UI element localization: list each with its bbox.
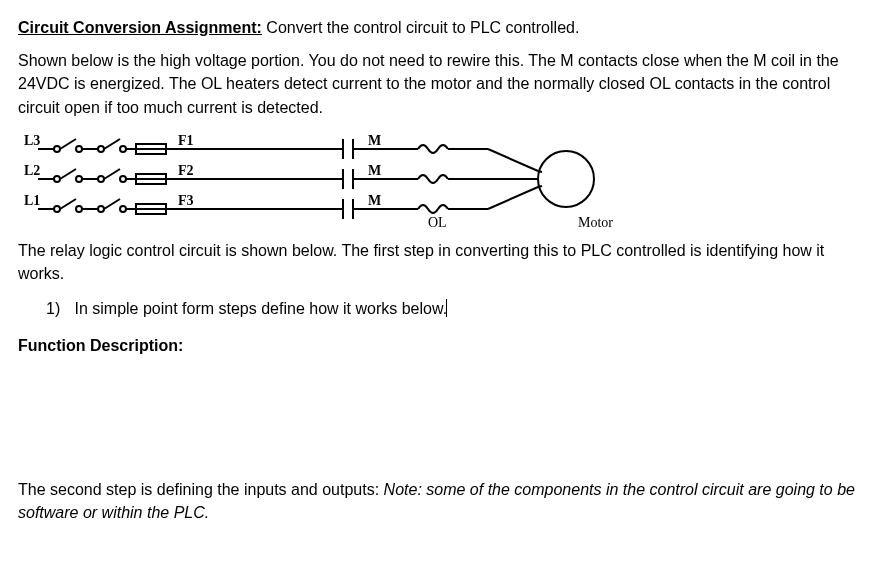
- label-f1: F1: [178, 133, 194, 148]
- question-1-number: 1): [46, 297, 70, 320]
- svg-line-54: [538, 171, 542, 172]
- question-1-text: In simple point form steps define how it…: [74, 300, 447, 317]
- bottom-lead: The second step is defining the inputs a…: [18, 481, 384, 498]
- label-ol: OL: [428, 215, 447, 230]
- label-f2: F2: [178, 163, 194, 178]
- svg-line-24: [104, 169, 120, 179]
- svg-point-42: [120, 206, 126, 212]
- label-m3: M: [368, 193, 381, 208]
- label-f3: F3: [178, 193, 194, 208]
- svg-point-3: [76, 146, 82, 152]
- svg-line-41: [104, 199, 120, 209]
- label-motor: Motor: [578, 215, 613, 230]
- label-l2: L2: [24, 163, 40, 178]
- svg-point-40: [98, 206, 104, 212]
- text-cursor: [446, 299, 447, 317]
- svg-point-7: [120, 146, 126, 152]
- circuit-diagram: L3 F1 M L2 F2 M: [18, 131, 658, 231]
- svg-point-1: [54, 146, 60, 152]
- svg-point-19: [54, 176, 60, 182]
- svg-line-17: [488, 149, 538, 171]
- svg-point-25: [120, 176, 126, 182]
- function-description-heading: Function Description:: [18, 334, 874, 357]
- svg-point-53: [538, 151, 594, 207]
- title-line: Circuit Conversion Assignment: Convert t…: [18, 16, 874, 39]
- svg-point-36: [54, 206, 60, 212]
- assignment-title-tail: Convert the control circuit to PLC contr…: [262, 19, 579, 36]
- label-l1: L1: [24, 193, 40, 208]
- svg-line-37: [60, 199, 76, 209]
- svg-line-2: [60, 139, 76, 149]
- svg-line-52: [488, 187, 538, 209]
- after-diagram-paragraph: The relay logic control circuit is shown…: [18, 239, 874, 285]
- label-m2: M: [368, 163, 381, 178]
- assignment-title: Circuit Conversion Assignment:: [18, 19, 262, 36]
- svg-line-56: [538, 186, 542, 187]
- question-1: 1) In simple point form steps define how…: [46, 297, 874, 320]
- svg-point-23: [98, 176, 104, 182]
- svg-line-6: [104, 139, 120, 149]
- svg-point-5: [98, 146, 104, 152]
- label-m1: M: [368, 133, 381, 148]
- intro-paragraph: Shown below is the high voltage portion.…: [18, 49, 874, 119]
- svg-line-20: [60, 169, 76, 179]
- bottom-paragraph: The second step is defining the inputs a…: [18, 478, 874, 524]
- label-l3: L3: [24, 133, 40, 148]
- svg-point-21: [76, 176, 82, 182]
- svg-point-38: [76, 206, 82, 212]
